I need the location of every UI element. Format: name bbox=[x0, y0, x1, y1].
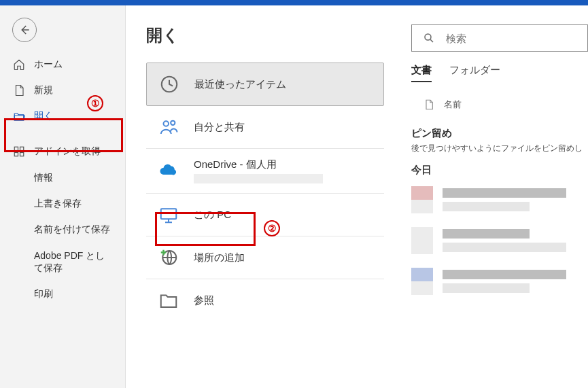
svg-point-9 bbox=[425, 34, 431, 40]
file-thumbnail bbox=[411, 227, 433, 254]
file-thumbnail bbox=[411, 186, 433, 213]
search-icon bbox=[423, 32, 435, 44]
location-browse[interactable]: 参照 bbox=[146, 279, 384, 321]
sidebar-item-label: 開く bbox=[34, 110, 53, 122]
people-icon bbox=[157, 116, 180, 139]
sidebar-item-addins[interactable]: アドインを取得 bbox=[0, 139, 125, 164]
svg-point-5 bbox=[164, 121, 169, 126]
svg-rect-2 bbox=[14, 153, 18, 156]
column-header-name[interactable]: 名前 bbox=[411, 94, 588, 118]
onedrive-account-redacted bbox=[194, 174, 323, 183]
section-pinned-title: ピン留め bbox=[411, 127, 588, 140]
tab-folders[interactable]: フォルダー bbox=[449, 64, 500, 82]
sidebar-item-save[interactable]: 上書き保存 bbox=[0, 190, 125, 216]
location-label: 最近使ったアイテム bbox=[194, 78, 373, 91]
file-name-redacted bbox=[443, 188, 588, 211]
globe-plus-icon bbox=[157, 246, 180, 269]
sidebar-item-label: ホーム bbox=[34, 58, 63, 71]
svg-rect-0 bbox=[14, 147, 18, 150]
file-icon bbox=[423, 99, 434, 110]
location-shared[interactable]: 自分と共有 bbox=[146, 106, 384, 149]
home-icon bbox=[12, 58, 26, 71]
file-name-redacted bbox=[443, 270, 588, 293]
clock-icon bbox=[158, 73, 181, 96]
svg-rect-7 bbox=[161, 209, 177, 219]
location-add-place[interactable]: 場所の追加 bbox=[146, 236, 384, 279]
back-button[interactable] bbox=[12, 18, 37, 42]
arrow-left-icon bbox=[18, 24, 31, 36]
sidebar-item-save-adobe[interactable]: Adobe PDF として保存 bbox=[0, 243, 125, 281]
location-label: この PC bbox=[194, 209, 373, 222]
location-recent[interactable]: 最近使ったアイテム bbox=[146, 63, 384, 106]
svg-rect-1 bbox=[20, 147, 24, 150]
sidebar-item-home[interactable]: ホーム bbox=[0, 52, 125, 77]
file-thumbnail bbox=[411, 268, 433, 295]
onedrive-icon bbox=[157, 160, 180, 183]
sidebar-item-print[interactable]: 印刷 bbox=[0, 281, 125, 306]
sidebar-item-label: 新規 bbox=[34, 84, 53, 96]
filter-tabs: 文書 フォルダー bbox=[411, 64, 588, 82]
location-label: 自分と共有 bbox=[194, 121, 373, 134]
recent-file-row[interactable] bbox=[411, 220, 588, 261]
search-input[interactable] bbox=[445, 32, 576, 45]
file-name-redacted bbox=[443, 229, 588, 252]
backstage-sidebar: ホーム 新規 開く アドインを取得 情報 上書き保存 bbox=[0, 5, 126, 388]
folder-icon bbox=[157, 289, 180, 312]
location-this-pc[interactable]: この PC bbox=[146, 194, 384, 236]
main-panel: 開く 最近使ったアイテム 自分と共有 OneDrive - 個人用 bbox=[126, 5, 588, 388]
location-onedrive[interactable]: OneDrive - 個人用 bbox=[146, 149, 384, 194]
grid-icon bbox=[12, 145, 26, 158]
sidebar-item-new[interactable]: 新規 bbox=[0, 77, 125, 103]
svg-rect-3 bbox=[20, 153, 24, 156]
search-box[interactable] bbox=[411, 24, 588, 52]
recent-file-row[interactable] bbox=[411, 179, 588, 220]
section-pinned-note: 後で見つけやすいようにファイルをピン留めし bbox=[411, 143, 588, 154]
location-label: 場所の追加 bbox=[194, 251, 373, 264]
location-label: OneDrive - 個人用 bbox=[194, 158, 373, 171]
sidebar-item-save-as[interactable]: 名前を付けて保存 bbox=[0, 216, 125, 242]
title-bar bbox=[0, 0, 588, 5]
svg-point-6 bbox=[171, 121, 175, 125]
tab-documents[interactable]: 文書 bbox=[411, 64, 432, 82]
sidebar-item-label: アドインを取得 bbox=[34, 145, 101, 158]
section-today-title: 今日 bbox=[411, 164, 588, 177]
pc-icon bbox=[157, 203, 180, 226]
page-title: 開く bbox=[146, 24, 384, 46]
sidebar-item-open[interactable]: 開く bbox=[0, 103, 125, 129]
file-icon bbox=[12, 84, 26, 96]
folder-open-icon bbox=[12, 110, 26, 122]
recent-file-row[interactable] bbox=[411, 261, 588, 302]
location-label: 参照 bbox=[194, 294, 373, 307]
sidebar-item-info[interactable]: 情報 bbox=[0, 164, 125, 190]
